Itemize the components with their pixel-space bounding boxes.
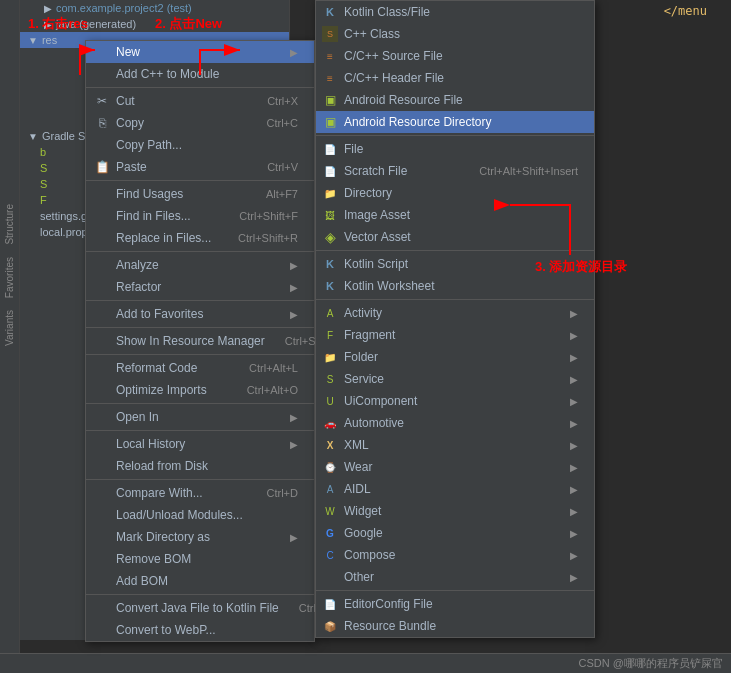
submenu-item-aidl[interactable]: A AIDL ▶ bbox=[316, 478, 594, 500]
menu-item-remove-bom[interactable]: Remove BOM bbox=[86, 548, 314, 570]
submenu-item-compose[interactable]: C Compose ▶ bbox=[316, 544, 594, 566]
submenu-label: XML bbox=[344, 438, 369, 452]
row-label: S bbox=[40, 178, 47, 190]
favorites-label[interactable]: Favorites bbox=[2, 253, 17, 302]
menu-item-convert-webp[interactable]: Convert to WebP... bbox=[86, 619, 314, 641]
google-icon: G bbox=[322, 525, 338, 541]
submenu-item-kotlin-script[interactable]: K Kotlin Script bbox=[316, 253, 594, 275]
arrow-icon: ▶ bbox=[570, 462, 578, 473]
arrow-icon: ▶ bbox=[290, 282, 298, 293]
menu-label: Remove BOM bbox=[116, 552, 191, 566]
submenu-item-google[interactable]: G Google ▶ bbox=[316, 522, 594, 544]
submenu-label: Automotive bbox=[344, 416, 404, 430]
structure-label[interactable]: Structure bbox=[2, 200, 17, 249]
submenu-item-xml[interactable]: X XML ▶ bbox=[316, 434, 594, 456]
menu-item-new[interactable]: New ▶ bbox=[86, 41, 314, 63]
menu-item-add-cpp[interactable]: Add C++ to Module bbox=[86, 63, 314, 85]
history-icon bbox=[94, 436, 110, 452]
menu-item-analyze[interactable]: Analyze ▶ bbox=[86, 254, 314, 276]
submenu-item-wear[interactable]: ⌚ Wear ▶ bbox=[316, 456, 594, 478]
project-row[interactable]: ▶ java (generated) bbox=[20, 16, 289, 32]
submenu-item-directory[interactable]: 📁 Directory bbox=[316, 182, 594, 204]
find-icon bbox=[94, 186, 110, 202]
menu-item-copy-path[interactable]: Copy Path... bbox=[86, 134, 314, 156]
menu-item-find-files[interactable]: Find in Files... Ctrl+Shift+F bbox=[86, 205, 314, 227]
shortcut-text: Ctrl+C bbox=[267, 117, 298, 129]
submenu-item-automotive[interactable]: 🚗 Automotive ▶ bbox=[316, 412, 594, 434]
submenu-item-scratch[interactable]: 📄 Scratch File Ctrl+Alt+Shift+Insert bbox=[316, 160, 594, 182]
submenu-item-kotlin-class[interactable]: K Kotlin Class/File bbox=[316, 1, 594, 23]
separator bbox=[316, 250, 594, 251]
submenu-item-folder[interactable]: 📁 Folder ▶ bbox=[316, 346, 594, 368]
menu-label: Cut bbox=[116, 94, 135, 108]
menu-item-local-history[interactable]: Local History ▶ bbox=[86, 433, 314, 455]
menu-item-optimize-imports[interactable]: Optimize Imports Ctrl+Alt+O bbox=[86, 379, 314, 401]
context-menu: New ▶ Add C++ to Module ✂ Cut Ctrl+X ⎘ C… bbox=[85, 40, 315, 642]
paste-icon: 📋 bbox=[94, 159, 110, 175]
submenu-item-android-resource-dir[interactable]: ▣ Android Resource Directory bbox=[316, 111, 594, 133]
folder-icon: 📁 bbox=[322, 349, 338, 365]
copy-icon: ⎘ bbox=[94, 115, 110, 131]
new-submenu: K Kotlin Class/File S C++ Class ≡ C/C++ … bbox=[315, 0, 595, 638]
submenu-label: Service bbox=[344, 372, 384, 386]
submenu-item-android-resource[interactable]: ▣ Android Resource File bbox=[316, 89, 594, 111]
menu-item-favorites[interactable]: Add to Favorites ▶ bbox=[86, 303, 314, 325]
menu-item-reformat[interactable]: Reformat Code Ctrl+Alt+L bbox=[86, 357, 314, 379]
submenu-item-kotlin-worksheet[interactable]: K Kotlin Worksheet bbox=[316, 275, 594, 297]
submenu-label: EditorConfig File bbox=[344, 597, 433, 611]
project-row[interactable]: ▶ com.example.project2 (test) bbox=[20, 0, 289, 16]
menu-item-convert-java[interactable]: Convert Java File to Kotlin File Ctrl+Al… bbox=[86, 597, 314, 619]
menu-item-cut[interactable]: ✂ Cut Ctrl+X bbox=[86, 90, 314, 112]
menu-item-resource-manager[interactable]: Show In Resource Manager Ctrl+Shift+T bbox=[86, 330, 314, 352]
arrow-icon: ▶ bbox=[570, 484, 578, 495]
menu-item-open-in[interactable]: Open In ▶ bbox=[86, 406, 314, 428]
menu-label: Optimize Imports bbox=[116, 383, 207, 397]
variants-label[interactable]: Variants bbox=[2, 306, 17, 350]
separator bbox=[86, 403, 314, 404]
submenu-item-widget[interactable]: W Widget ▶ bbox=[316, 500, 594, 522]
arrow-icon: ▶ bbox=[570, 572, 578, 583]
submenu-item-image-asset[interactable]: 🖼 Image Asset bbox=[316, 204, 594, 226]
menu-item-copy[interactable]: ⎘ Copy Ctrl+C bbox=[86, 112, 314, 134]
arrow-icon: ▶ bbox=[290, 47, 298, 58]
menu-item-compare[interactable]: Compare With... Ctrl+D bbox=[86, 482, 314, 504]
menu-item-reload[interactable]: Reload from Disk bbox=[86, 455, 314, 477]
menu-label: Add to Favorites bbox=[116, 307, 203, 321]
cpp-class-icon: S bbox=[322, 26, 338, 42]
arrow-icon: ▶ bbox=[290, 260, 298, 271]
submenu-item-service[interactable]: S Service ▶ bbox=[316, 368, 594, 390]
shortcut-text: Ctrl+Alt+O bbox=[247, 384, 298, 396]
wear-icon: ⌚ bbox=[322, 459, 338, 475]
menu-item-add-bom[interactable]: Add BOM bbox=[86, 570, 314, 592]
menu-item-mark-dir[interactable]: Mark Directory as ▶ bbox=[86, 526, 314, 548]
menu-label: Show In Resource Manager bbox=[116, 334, 265, 348]
compare-icon bbox=[94, 485, 110, 501]
submenu-item-file[interactable]: 📄 File bbox=[316, 138, 594, 160]
menu-item-replace[interactable]: Replace in Files... Ctrl+Shift+R bbox=[86, 227, 314, 249]
submenu-item-other[interactable]: Other ▶ bbox=[316, 566, 594, 588]
arrow-icon: ▶ bbox=[290, 309, 298, 320]
submenu-item-cpp-class[interactable]: S C++ Class bbox=[316, 23, 594, 45]
submenu-item-vector-asset[interactable]: ◈ Vector Asset bbox=[316, 226, 594, 248]
menu-item-find-usages[interactable]: Find Usages Alt+F7 bbox=[86, 183, 314, 205]
submenu-item-cpp-header[interactable]: ≡ C/C++ Header File bbox=[316, 67, 594, 89]
xml-icon: X bbox=[322, 437, 338, 453]
submenu-item-resource-bundle[interactable]: 📦 Resource Bundle bbox=[316, 615, 594, 637]
submenu-label: Resource Bundle bbox=[344, 619, 436, 633]
separator bbox=[86, 327, 314, 328]
submenu-label: Folder bbox=[344, 350, 378, 364]
resource-bundle-icon: 📦 bbox=[322, 618, 338, 634]
menu-item-load-unload[interactable]: Load/Unload Modules... bbox=[86, 504, 314, 526]
menu-label: Convert to WebP... bbox=[116, 623, 216, 637]
remove-icon bbox=[94, 551, 110, 567]
submenu-item-uicomponent[interactable]: U UiComponent ▶ bbox=[316, 390, 594, 412]
cpp-icon bbox=[94, 66, 110, 82]
image-asset-icon: 🖼 bbox=[322, 207, 338, 223]
row-label: F bbox=[40, 194, 47, 206]
menu-item-paste[interactable]: 📋 Paste Ctrl+V bbox=[86, 156, 314, 178]
submenu-item-activity[interactable]: A Activity ▶ bbox=[316, 302, 594, 324]
menu-item-refactor[interactable]: Refactor ▶ bbox=[86, 276, 314, 298]
submenu-item-fragment[interactable]: F Fragment ▶ bbox=[316, 324, 594, 346]
submenu-item-editor-config[interactable]: 📄 EditorConfig File bbox=[316, 593, 594, 615]
submenu-item-cpp-source[interactable]: ≡ C/C++ Source File bbox=[316, 45, 594, 67]
